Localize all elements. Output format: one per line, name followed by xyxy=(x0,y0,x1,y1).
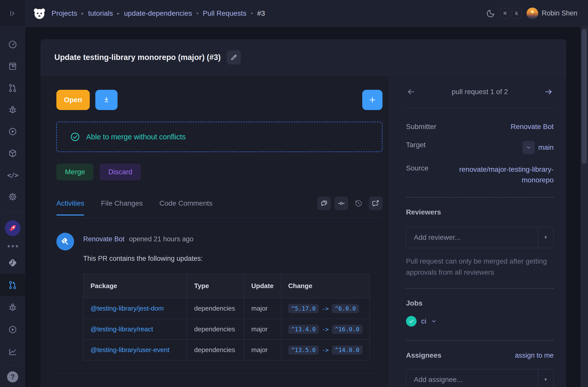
sidebar-expand-button[interactable] xyxy=(6,6,20,20)
discard-button[interactable]: Discard xyxy=(100,164,141,180)
activity-body: Renovate Bot opened 21 hours ago This PR… xyxy=(83,233,382,360)
add-comment-button[interactable] xyxy=(362,90,382,110)
job-ci-row[interactable]: ci xyxy=(406,316,554,327)
dep-change: ^13.4.0->^16.0.0 xyxy=(281,319,370,340)
pull-requests-icon[interactable] xyxy=(8,83,17,93)
paint-roller-icon xyxy=(60,236,71,247)
tab-action-icons xyxy=(317,197,382,210)
code-icon[interactable]: </> xyxy=(8,170,17,180)
dep-update: major xyxy=(244,340,281,360)
dashboard-icon[interactable] xyxy=(8,40,17,49)
arrow-glyph: -> xyxy=(322,305,329,312)
add-assignee-select[interactable]: Add assignee... ▼ xyxy=(406,369,554,387)
table-row: @testing-library/react dependencies majo… xyxy=(83,319,370,340)
add-reviewer-select[interactable]: Add reviewer... ▼ xyxy=(406,227,554,248)
bug-icon xyxy=(8,303,17,312)
breadcrumb-projects[interactable]: Projects xyxy=(52,9,77,17)
pr-state-badge: Open xyxy=(56,90,90,110)
topbar: Projects ▸ tutorials ▸ update-dependenci… xyxy=(25,0,588,27)
breadcrumb-pr-number: #3 xyxy=(257,9,265,17)
version-to: ^14.0.0 xyxy=(332,346,363,355)
onedev-logo[interactable] xyxy=(32,6,47,20)
package-link[interactable]: @testing-library/user-event xyxy=(91,346,170,354)
tab-code-comments[interactable]: Code Comments xyxy=(159,199,212,207)
projects-icon[interactable] xyxy=(8,62,17,71)
reviewers-help-text: Pull request can only be merged after ge… xyxy=(406,256,554,278)
edit-title-button[interactable] xyxy=(227,50,241,64)
activity-author-link[interactable]: Renovate Bot xyxy=(83,235,125,243)
breadcrumb-tutorials[interactable]: tutorials xyxy=(88,9,113,17)
sidebar-item-pull-requests-active[interactable] xyxy=(0,274,25,296)
user-avatar xyxy=(527,8,538,19)
rocket-icon xyxy=(5,220,20,236)
user-menu[interactable]: Robin Shen xyxy=(527,8,577,19)
renovate-bot-avatar xyxy=(56,233,74,250)
package-link[interactable]: @testing-library/react xyxy=(91,325,153,333)
breadcrumb-repo[interactable]: update-dependencies xyxy=(124,9,192,17)
col-type: Type xyxy=(187,274,244,298)
sidebar-bottom: ? xyxy=(0,365,25,387)
pr-pagination-label: pull request 1 of 2 xyxy=(416,88,544,96)
pencil-icon xyxy=(230,54,237,61)
sidebar: </> xyxy=(0,0,25,387)
assign-to-me-link[interactable]: assign to me xyxy=(515,352,554,359)
history-button[interactable] xyxy=(352,197,365,210)
bubble-external-icon xyxy=(372,200,379,207)
sidebar-header xyxy=(0,0,25,27)
activity-item: Renovate Bot opened 21 hours ago This PR… xyxy=(56,233,382,360)
chevron-down-icon xyxy=(526,145,531,150)
dot-separator: • xyxy=(251,10,253,17)
shortcut-hint: ⌘ k xyxy=(500,8,522,19)
help-button[interactable]: ? xyxy=(7,371,18,382)
target-field: Target main xyxy=(406,141,554,154)
page-scrollbar[interactable] xyxy=(580,27,588,387)
previous-pr-button[interactable] xyxy=(406,87,416,97)
dark-mode-moon-icon[interactable] xyxy=(486,9,495,18)
sidebar-item-code[interactable] xyxy=(0,252,25,274)
settings-gear-icon[interactable] xyxy=(8,192,17,201)
target-branch-dropdown[interactable] xyxy=(523,141,535,154)
chevron-down-icon xyxy=(431,318,437,324)
builds-icon[interactable] xyxy=(8,127,17,136)
packages-icon[interactable] xyxy=(8,149,17,158)
activity-timestamp: opened 21 hours ago xyxy=(129,235,193,243)
show-commits-button[interactable] xyxy=(334,197,348,210)
source-branch-value[interactable]: renovate/major-testing-library-monorepo xyxy=(435,164,554,185)
show-comments-button[interactable] xyxy=(317,197,331,210)
scrollbar-thumb[interactable] xyxy=(582,29,587,164)
download-patch-button[interactable] xyxy=(95,90,118,110)
merge-button[interactable]: Merge xyxy=(56,164,94,180)
history-clock-icon xyxy=(354,199,363,207)
plus-icon xyxy=(368,96,377,104)
check-icon xyxy=(408,318,415,325)
dep-type: dependencies xyxy=(187,298,244,319)
tab-activities[interactable]: Activities xyxy=(56,199,84,207)
submitter-value[interactable]: Renovate Bot xyxy=(511,123,554,131)
dot-separator: • xyxy=(196,10,198,17)
open-comment-external-button[interactable] xyxy=(369,197,382,210)
activity-text: This PR contains the following updates: xyxy=(83,255,382,263)
sidebar-item-stats[interactable] xyxy=(0,341,25,363)
breadcrumb-pull-requests[interactable]: Pull Requests xyxy=(203,9,246,17)
package-link[interactable]: @testing-library/jest-dom xyxy=(91,305,164,312)
project-avatar-rocket[interactable] xyxy=(0,216,25,241)
sidebar-main-nav: </> xyxy=(8,27,17,201)
dependency-table: Package Type Update Change @testing-libr… xyxy=(83,274,370,360)
next-pr-button[interactable] xyxy=(544,87,554,97)
play-circle-icon xyxy=(8,325,17,334)
git-icon xyxy=(8,258,17,268)
arrow-right-icon xyxy=(544,88,553,96)
source-label: Source xyxy=(406,164,428,172)
sidebar-item-builds[interactable] xyxy=(0,318,25,341)
select-caret-icon: ▼ xyxy=(538,369,553,387)
target-branch-value[interactable]: main xyxy=(538,143,554,152)
dep-type: dependencies xyxy=(187,319,244,340)
more-projects-button[interactable] xyxy=(0,241,25,252)
dep-update: major xyxy=(244,319,281,340)
tab-file-changes[interactable]: File Changes xyxy=(101,199,143,207)
job-name: ci xyxy=(421,317,426,325)
issues-bug-icon[interactable] xyxy=(8,105,17,114)
sidebar-item-issues[interactable] xyxy=(0,296,25,318)
pr-pagination: pull request 1 of 2 xyxy=(406,76,554,108)
table-header-row: Package Type Update Change xyxy=(83,274,370,298)
